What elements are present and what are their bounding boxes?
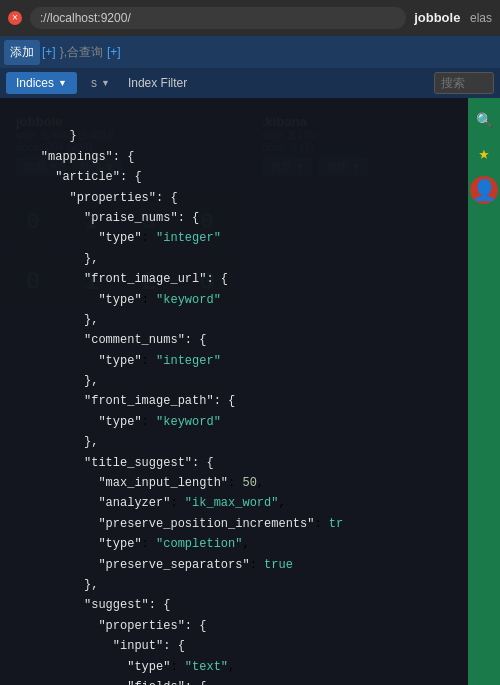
tab-indices-arrow: ▼ [58, 78, 67, 88]
nav-bar: 添加 [+] },合查询 [+] [0, 36, 500, 68]
nav-item-add[interactable]: 添加 [4, 40, 40, 65]
nav-divider: },合查询 [60, 44, 103, 61]
search-input[interactable] [434, 72, 494, 94]
star-icon: ★ [479, 142, 490, 164]
url-text: ://localhost:9200/ [40, 11, 131, 25]
close-button[interactable]: × [8, 11, 22, 25]
tab-indices-label: Indices [16, 76, 54, 90]
browser-bar: × ://localhost:9200/ jobbole elas [0, 0, 500, 36]
search-icon: 🔍 [476, 112, 493, 128]
json-panel[interactable]: } "mappings": { "article": { "properties… [0, 98, 500, 685]
url-bar[interactable]: ://localhost:9200/ [30, 7, 406, 29]
right-sidebar: 🔍 ★ 👤 [468, 98, 500, 685]
tab-filter-label: Index Filter [128, 76, 187, 90]
user-avatar[interactable]: 👤 [470, 176, 498, 204]
main-content: jobbole size: 5.40Mi (5.40Mi docs: 204 (… [0, 98, 500, 685]
site-name-label: jobbole elas [414, 9, 492, 27]
tab-indices[interactable]: Indices ▼ [6, 72, 77, 94]
tab-second-arrow: ▼ [101, 78, 110, 88]
tab-second-label: s [91, 76, 97, 90]
tab-bar: Indices ▼ s ▼ Index Filter [0, 68, 500, 98]
avatar-image: 👤 [472, 178, 497, 203]
nav-add-btn[interactable]: [+] [42, 45, 56, 59]
sidebar-search-button[interactable]: 🔍 [470, 106, 498, 134]
tab-second[interactable]: s ▼ [81, 72, 120, 94]
json-content: } "mappings": { "article": { "properties… [12, 106, 488, 685]
nav-query-add[interactable]: [+] [107, 45, 121, 59]
